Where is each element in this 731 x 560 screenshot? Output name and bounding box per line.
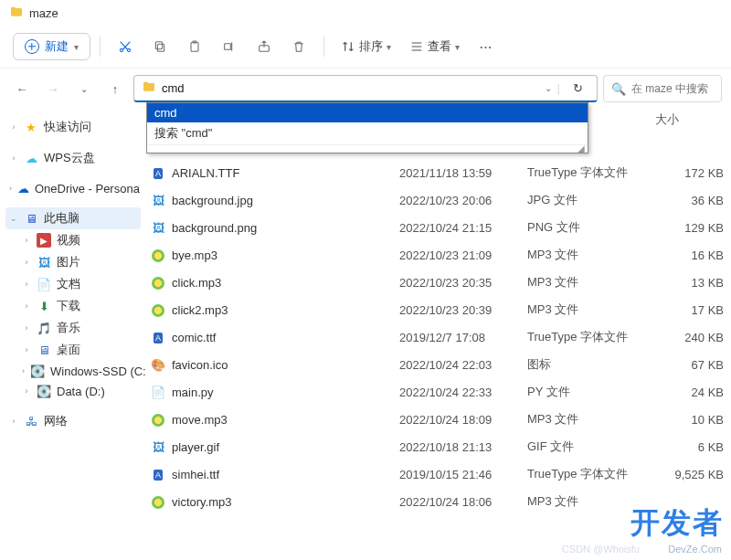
file-size: 10 KB xyxy=(655,413,724,427)
file-type: MP3 文件 xyxy=(527,247,655,263)
sidebar-item-onedrive[interactable]: ›☁OneDrive - Persona xyxy=(5,178,141,198)
search-box[interactable]: 🔍 在 maze 中搜索 xyxy=(603,75,722,102)
sidebar-item-music[interactable]: ›🎵音乐 xyxy=(18,317,141,339)
svg-rect-3 xyxy=(155,42,162,49)
video-icon: ▶ xyxy=(37,233,51,248)
resize-grip-icon[interactable]: ◢ xyxy=(147,144,588,153)
new-button[interactable]: 新建 ▾ xyxy=(13,33,90,60)
file-pane: 大小 📁.idea2022/10/25 10:09文件夹AARIALN.TTF2… xyxy=(146,109,731,560)
file-icon xyxy=(146,412,170,427)
file-row[interactable]: bye.mp32022/10/23 21:09MP3 文件16 KB xyxy=(146,241,731,269)
svg-point-0 xyxy=(120,48,122,51)
file-type: 图标 xyxy=(527,356,655,373)
sidebar-item-quick-access[interactable]: ›★快速访问 xyxy=(5,116,141,138)
file-row[interactable]: move.mp32022/10/24 18:09MP3 文件10 KB xyxy=(146,406,731,433)
file-icon: 🖼 xyxy=(146,193,170,207)
svg-rect-6 xyxy=(225,44,231,50)
file-type: TrueType 字体文件 xyxy=(527,164,655,181)
nav-row: ← → ⌄ ↑ ⌄ | ↻ cmd 搜索 "cmd" ◢ 🔍 在 maze 中搜… xyxy=(0,69,731,109)
share-icon[interactable] xyxy=(249,31,280,62)
label: 图片 xyxy=(57,254,80,270)
file-date: 2022/10/18 21:13 xyxy=(399,440,527,454)
file-size: 67 KB xyxy=(655,358,724,372)
file-row[interactable]: Asimhei.ttf2019/10/15 21:46TrueType 字体文件… xyxy=(146,460,731,488)
file-row[interactable]: victory.mp32022/10/24 18:06MP3 文件 xyxy=(146,488,731,515)
sidebar-item-videos[interactable]: ›▶视频 xyxy=(18,229,141,251)
file-row[interactable]: 🖼player.gif2022/10/18 21:13GIF 文件6 KB xyxy=(146,433,731,460)
view-dropdown[interactable]: 查看 ▾ xyxy=(402,34,467,59)
file-date: 2022/10/24 22:03 xyxy=(399,358,527,372)
file-name: move.mp3 xyxy=(146,412,399,427)
chevron-down-icon: ▾ xyxy=(387,42,391,52)
sort-label: 排序 xyxy=(359,38,383,55)
file-row[interactable]: 🖼background.jpg2022/10/23 20:06JPG 文件36 … xyxy=(146,186,731,214)
copy-icon[interactable] xyxy=(144,31,175,62)
desktop-icon: 🖥 xyxy=(37,343,51,357)
address-bar[interactable]: ⌄ | ↻ xyxy=(133,75,598,102)
file-size: 9,525 KB xyxy=(655,468,724,481)
label: 视频 xyxy=(57,232,80,248)
suggestion-search-cmd[interactable]: 搜索 "cmd" xyxy=(147,122,588,144)
cloud-icon: ☁ xyxy=(17,181,29,195)
file-name: 🖼background.png xyxy=(146,220,399,235)
file-name: 🖼background.jpg xyxy=(146,193,399,207)
chevron-right-icon: › xyxy=(9,153,18,163)
sidebar-item-this-pc[interactable]: ⌄🖥此电脑 xyxy=(5,207,141,229)
chevron-right-icon: › xyxy=(9,184,12,193)
picture-icon: 🖼 xyxy=(37,255,51,269)
file-row[interactable]: 🖼background.png2022/10/24 21:15PNG 文件129… xyxy=(146,214,731,241)
sidebar-item-pictures[interactable]: ›🖼图片 xyxy=(18,251,141,273)
address-input[interactable] xyxy=(162,81,539,95)
file-row[interactable]: click2.mp32022/10/23 20:39MP3 文件17 KB xyxy=(146,296,731,323)
more-icon[interactable]: ··· xyxy=(471,31,502,62)
svg-rect-4 xyxy=(191,42,198,51)
search-placeholder: 在 maze 中搜索 xyxy=(631,81,708,97)
sidebar-item-ssd[interactable]: ›💽Windows-SSD (C:) xyxy=(18,361,141,381)
sidebar-item-desktop[interactable]: ›🖥桌面 xyxy=(18,339,141,361)
sidebar-item-wps[interactable]: ›☁WPS云盘 xyxy=(5,147,141,169)
back-button[interactable]: ← xyxy=(9,76,35,101)
sidebar-item-data[interactable]: ›💽Data (D:) xyxy=(18,381,141,401)
file-row[interactable]: Acomic.ttf2019/12/7 17:08TrueType 字体文件24… xyxy=(146,323,731,351)
refresh-icon[interactable]: ↻ xyxy=(566,81,589,95)
file-icon: A xyxy=(146,166,170,180)
sidebar: ›★快速访问 ›☁WPS云盘 ›☁OneDrive - Persona ⌄🖥此电… xyxy=(0,109,146,560)
file-date: 2021/11/18 13:59 xyxy=(399,166,527,180)
sidebar-item-downloads[interactable]: ›⬇下载 xyxy=(18,295,141,317)
download-icon: ⬇ xyxy=(37,299,51,313)
chevron-down-icon[interactable]: ⌄ xyxy=(545,83,552,93)
separator xyxy=(323,37,324,57)
label: WPS云盘 xyxy=(44,150,95,166)
delete-icon[interactable] xyxy=(283,31,314,62)
file-row[interactable]: 🎨favicon.ico2022/10/24 22:03图标67 KB xyxy=(146,351,731,378)
paste-icon[interactable] xyxy=(179,31,210,62)
file-row[interactable]: click.mp32022/10/23 20:35MP3 文件13 KB xyxy=(146,269,731,296)
file-type: PY 文件 xyxy=(527,384,655,400)
file-icon: A xyxy=(146,331,170,344)
file-type: JPG 文件 xyxy=(527,192,655,208)
up-button[interactable]: ↑ xyxy=(102,76,128,101)
file-type: PNG 文件 xyxy=(527,219,655,236)
sidebar-item-documents[interactable]: ›📄文档 xyxy=(18,273,141,295)
forward-button[interactable]: → xyxy=(40,76,66,101)
chevron-down-icon[interactable]: ⌄ xyxy=(71,76,97,101)
title-bar: maze xyxy=(0,0,731,26)
label: OneDrive - Persona xyxy=(35,182,140,195)
file-size: 6 KB xyxy=(655,440,724,454)
file-name: 📄main.py xyxy=(146,385,399,399)
file-row[interactable]: AARIALN.TTF2021/11/18 13:59TrueType 字体文件… xyxy=(146,159,731,186)
col-size[interactable]: 大小 xyxy=(655,112,724,128)
suggestion-cmd[interactable]: cmd xyxy=(147,103,588,122)
document-icon: 📄 xyxy=(37,277,51,291)
rename-icon[interactable] xyxy=(214,31,245,62)
cut-icon[interactable] xyxy=(110,31,141,62)
sort-dropdown[interactable]: 排序 ▾ xyxy=(334,34,398,59)
search-icon: 🔍 xyxy=(611,82,626,96)
label: 音乐 xyxy=(57,320,80,336)
label: 网络 xyxy=(44,413,68,429)
file-size: 172 KB xyxy=(655,166,724,180)
file-row[interactable]: 📄main.py2022/10/24 22:33PY 文件24 KB xyxy=(146,378,731,406)
file-list: 📁.idea2022/10/25 10:09文件夹AARIALN.TTF2021… xyxy=(146,132,731,560)
star-icon: ★ xyxy=(24,120,38,134)
sidebar-item-network[interactable]: ›🖧网络 xyxy=(5,410,141,432)
